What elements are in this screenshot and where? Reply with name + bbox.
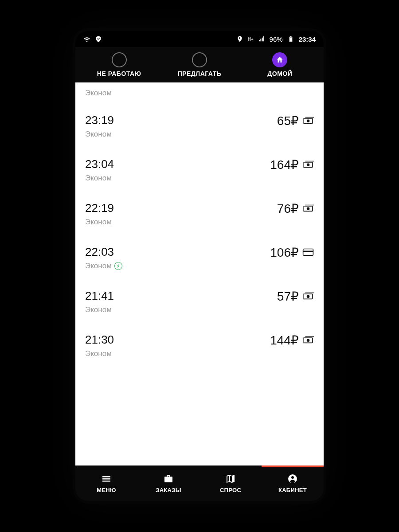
nav-label: СПРОС	[220, 487, 241, 493]
card-icon	[302, 247, 314, 258]
order-price: 76₽	[277, 201, 299, 216]
order-row[interactable]: 23:19Эконом65₽	[75, 100, 324, 144]
tab-offer[interactable]: ПРЕДЛАГАТЬ	[159, 52, 239, 77]
section-heading: Эконом	[75, 82, 324, 100]
phone-frame: H+ 96% 23:34 НЕ РАБОТАЮ ПРЕДЛАГАТЬ ДОМОЙ	[75, 31, 324, 501]
nav-label: ЗАКАЗЫ	[156, 487, 181, 493]
order-time: 23:04	[85, 157, 270, 171]
order-price: 57₽	[277, 289, 299, 304]
nav-label: КАБИНЕТ	[278, 487, 307, 493]
home-icon	[272, 52, 287, 67]
top-tabs: НЕ РАБОТАЮ ПРЕДЛАГАТЬ ДОМОЙ	[75, 47, 324, 82]
cash-icon	[302, 335, 314, 346]
order-row[interactable]: 21:41Эконом57₽	[75, 276, 324, 320]
bottom-nav: МЕНЮ ЗАКАЗЫ СПРОС КАБИНЕТ	[75, 466, 324, 501]
order-time: 21:30	[85, 333, 270, 347]
orders-list[interactable]: Эконом 23:19Эконом65₽23:04Эконом164₽22:1…	[75, 82, 324, 466]
order-price: 164₽	[270, 157, 299, 172]
radio-icon	[112, 52, 127, 67]
nav-orders[interactable]: ЗАКАЗЫ	[137, 473, 200, 493]
order-time: 22:19	[85, 201, 277, 215]
battery-icon	[287, 35, 294, 43]
cash-icon	[302, 160, 314, 170]
order-class: Эконом	[85, 349, 270, 358]
status-bar: H+ 96% 23:34	[75, 31, 324, 47]
order-class: Эконом	[85, 174, 270, 183]
briefcase-icon	[162, 473, 175, 484]
battery-percent: 96%	[270, 35, 283, 43]
order-price: 144₽	[270, 333, 299, 348]
wifi-icon	[83, 35, 90, 43]
order-price: 65₽	[277, 113, 299, 128]
tab-label: НЕ РАБОТАЮ	[97, 70, 141, 77]
order-row[interactable]: 21:30Эконом144₽	[75, 320, 324, 364]
radio-icon	[192, 52, 207, 67]
signal-icon	[258, 35, 265, 43]
clock: 23:34	[299, 35, 316, 43]
order-class: Эконом	[85, 130, 277, 139]
shield-icon	[95, 35, 102, 43]
order-class: Эконом	[85, 262, 270, 270]
cash-icon	[302, 116, 314, 126]
nav-account[interactable]: КАБИНЕТ	[262, 473, 324, 493]
nav-demand[interactable]: СПРОС	[200, 473, 262, 493]
svg-rect-0	[290, 37, 292, 41]
account-icon	[286, 473, 299, 484]
cash-icon	[302, 203, 314, 214]
tab-home[interactable]: ДОМОЙ	[240, 52, 320, 77]
nav-menu[interactable]: МЕНЮ	[75, 473, 137, 493]
tab-label: ДОМОЙ	[267, 70, 292, 77]
tab-not-working[interactable]: НЕ РАБОТАЮ	[79, 52, 159, 77]
order-time: 21:41	[85, 289, 277, 303]
hamburger-icon	[100, 473, 113, 484]
tab-label: ПРЕДЛАГАТЬ	[178, 70, 222, 77]
bolt-icon	[114, 262, 122, 270]
order-row[interactable]: 22:03Эконом 106₽	[75, 232, 324, 276]
order-class: Эконом	[85, 305, 277, 314]
svg-point-4	[291, 476, 294, 479]
map-icon	[224, 473, 237, 484]
order-row[interactable]: 23:04Эконом164₽	[75, 144, 324, 188]
cash-icon	[302, 291, 314, 302]
order-time: 23:19	[85, 113, 277, 127]
order-time: 22:03	[85, 245, 270, 259]
network-icon: H+	[248, 37, 254, 42]
order-class: Эконом	[85, 218, 277, 227]
order-price: 106₽	[270, 245, 299, 260]
location-icon	[236, 35, 243, 43]
order-row[interactable]: 22:19Эконом76₽	[75, 188, 324, 232]
svg-rect-2	[303, 250, 313, 252]
nav-label: МЕНЮ	[97, 487, 116, 493]
